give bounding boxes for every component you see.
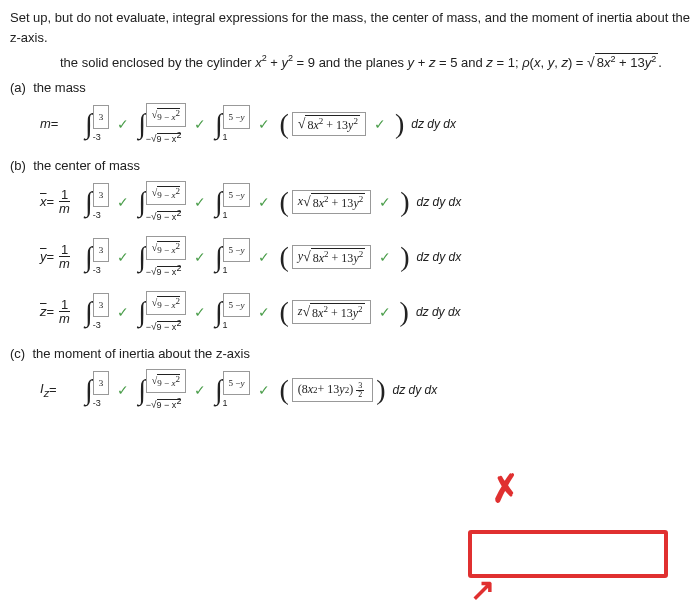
zbar-row: z = 1m ∫ 3-3 ✓ ∫ √9 − x2−√9 − x2 ✓ ∫ 5 −… xyxy=(40,291,690,332)
red-cross-annotation: ✗ xyxy=(487,466,523,512)
integral-sign: ∫ xyxy=(138,108,146,140)
part-a-label: (a) the mass xyxy=(10,80,690,95)
check-icon: ✓ xyxy=(374,116,386,132)
z-upper-input[interactable]: 5 − y xyxy=(223,105,251,129)
instruction-text: Set up, but do not evaluate, integral ex… xyxy=(10,8,690,47)
sub-instruction: the solid enclosed by the cylinder x2 + … xyxy=(60,53,690,70)
integrand-input[interactable]: y√8x2 + 13y2 xyxy=(292,245,371,269)
part-c-label: (c) the moment of inertia about the z-ax… xyxy=(10,346,690,361)
ybar-row: y = 1m ∫ 3-3 ✓ ∫ √9 − x2−√9 − x2 ✓ ∫ 5 −… xyxy=(40,236,690,277)
red-arrow-annotation: ↗ xyxy=(470,572,495,603)
x-limits: 3 -3 xyxy=(93,105,110,142)
x-upper-input[interactable]: 3 xyxy=(93,183,110,207)
part-b-label: (b) the center of mass xyxy=(10,158,690,173)
xbar-row: x = 1m ∫ 3-3 ✓ ∫ √9 − x2−√9 − x2 ✓ ∫ 5 −… xyxy=(40,181,690,222)
check-icon: ✓ xyxy=(258,116,270,132)
x-upper-input[interactable]: 3 xyxy=(93,105,110,129)
iz-lhs: Iz = xyxy=(40,381,78,399)
integral-sign: ∫ xyxy=(85,108,93,140)
integrand-input[interactable]: z√8x2 + 13y2 xyxy=(292,300,371,324)
integrand-input[interactable]: x√8x2 + 13y2 xyxy=(292,190,371,214)
check-icon: ✓ xyxy=(194,116,206,132)
xbar-lhs: x = 1m xyxy=(40,188,78,215)
z-limits: 5 − y 1 xyxy=(223,105,251,142)
differentials: dz dy dx xyxy=(411,117,456,131)
mass-lhs: m = xyxy=(40,116,78,131)
iz-row: Iz = ∫ 3-3 ✓ ∫ √9 − x2−√9 − x2 ✓ ∫ 5 − y… xyxy=(40,369,690,410)
z-upper-input[interactable]: 5 − y xyxy=(223,183,251,207)
mass-row: m = ∫ 3 -3 ✓ ∫ √9 − x2 −√9 − x2 ✓ ∫ 5 − … xyxy=(40,103,690,144)
y-upper-input[interactable]: √9 − x2 xyxy=(146,103,186,127)
integrand-input-iz[interactable]: (8x2 + 13y2)32 xyxy=(292,378,373,402)
integrand-input[interactable]: √8x2 + 13y2 xyxy=(292,112,366,136)
check-icon: ✓ xyxy=(117,116,129,132)
red-box-annotation xyxy=(468,530,668,578)
y-limits: √9 − x2 −√9 − x2 xyxy=(146,103,186,144)
integral-sign: ∫ xyxy=(215,108,223,140)
y-upper-input[interactable]: √9 − x2 xyxy=(146,181,186,205)
